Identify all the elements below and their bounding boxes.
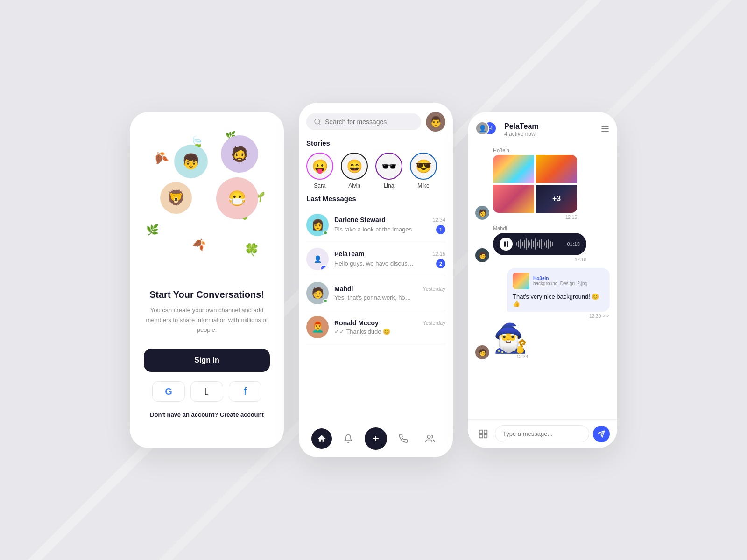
apple-icon:  [205, 385, 209, 398]
send-icon [598, 430, 605, 438]
avatar-pelateam: 👤 +4 [306, 248, 329, 270]
user-profile-avatar[interactable]: 👨 [426, 112, 445, 132]
online-indicator-darlene [323, 231, 328, 235]
search-bar[interactable] [306, 113, 421, 130]
nav-home[interactable] [311, 428, 332, 449]
message-voice: 🧑 Mahdi [475, 225, 610, 262]
message-time-darlene: 12:34 [432, 217, 445, 223]
bubble-content-sticker: 🧙‍♂️ 12:34 [493, 324, 528, 359]
avatar-wrap-ronald: 👨‍🦰 [306, 316, 329, 338]
nav-compose[interactable] [365, 427, 387, 450]
image-cell-1 [493, 155, 534, 183]
message-preview-ronald: ✓✓ Thanks dude 😊 [334, 328, 390, 335]
bubble-content-images: Ho3ein +3 12:15 [493, 147, 577, 220]
last-messages-section: Last Messages 👩 Darlene Steward 12:34 Pl… [299, 195, 453, 420]
message-time-mahdi: Yesterday [423, 286, 445, 292]
message-preview-mahdi: Yes, that's gonna work, hopefully. [334, 294, 414, 301]
chat-subtitle: 4 active now [504, 131, 595, 137]
contact-name-darlene: Darlene Steward [334, 216, 386, 224]
reply-preview: Ho3ein background_Design_2.jpg [513, 273, 604, 289]
signin-button[interactable]: Sign In [144, 349, 270, 372]
image-cell-3 [493, 185, 534, 213]
contacts-icon [425, 434, 435, 443]
bubble-content-reply: Ho3ein background_Design_2.jpg That's ve… [507, 268, 610, 319]
sender-avatar-ho3ein: 🧑 [475, 206, 489, 220]
avatar-bubble-2: 🧔 [221, 135, 258, 173]
message-sticker: 🧑 🧙‍♂️ 12:34 [475, 324, 610, 359]
search-row: 👨 [299, 112, 453, 139]
message-input[interactable] [495, 425, 589, 442]
avatar-wrap-mahdi: 🧑 [306, 282, 329, 304]
stories-section: Stories 😛 Sara 😄 Alvin 🕶️ Lina 😎 Mike [299, 139, 453, 195]
story-item-mike[interactable]: 😎 Mike [410, 153, 437, 189]
reply-image-thumbnail [513, 273, 529, 289]
message-content-darlene: Darlene Steward 12:34 Pls take a look at… [334, 216, 445, 234]
send-button[interactable] [593, 426, 610, 442]
online-indicator-mahdi [323, 299, 328, 303]
message-preview-pelateam: Hello guys, we have discussed... [334, 260, 414, 267]
bottom-nav-bar [299, 420, 453, 457]
home-icon [317, 434, 326, 443]
attachment-button[interactable] [475, 426, 491, 442]
no-account-text: Don't have an account? Create account [150, 411, 264, 418]
message-item-mahdi[interactable]: 🧑 Mahdi Yesterday Yes, that's gonna work… [306, 276, 445, 310]
message-item-darlene[interactable]: 👩 Darlene Steward 12:34 Pls take a look … [306, 208, 445, 242]
message-item-pelateam[interactable]: 👤 +4 PelaTeam 12:15 Hello guys, we have … [306, 242, 445, 276]
message-reply-sent: Ho3ein background_Design_2.jpg That's ve… [475, 268, 610, 319]
apple-signin-button[interactable]:  [190, 381, 223, 402]
svg-rect-6 [484, 430, 487, 433]
signin-title: Start Your Conversations! [149, 289, 264, 300]
voice-duration: 01:18 [567, 241, 580, 247]
message-time-ronald: Yesterday [423, 320, 445, 326]
message-item-ronald[interactable]: 👨‍🦰 Ronald Mccoy Yesterday ✓✓ Thanks dud… [306, 310, 445, 344]
sender-name-ho3ein: Ho3ein [493, 147, 577, 153]
message-images: 🧑 Ho3ein +3 12:15 [475, 147, 610, 220]
story-item-alvin[interactable]: 😄 Alvin [341, 153, 368, 189]
image-cell-2 [536, 155, 577, 183]
leaf-icon-7: 🍂 [191, 236, 207, 252]
story-name-sara: Sara [314, 182, 325, 189]
message-content-pelateam: PelaTeam 12:15 Hello guys, we have discu… [334, 250, 445, 268]
illustration-area: 🍃 🌿 🍂 🌿 🍃 🍀 🍂 🌱 👦 🧔 🦁 😷 [146, 131, 268, 280]
pause-button[interactable] [500, 238, 513, 251]
contact-name-pelateam: PelaTeam [334, 250, 364, 258]
reply-info: Ho3ein background_Design_2.jpg [533, 273, 587, 289]
story-avatar-sara: 😛 [306, 153, 333, 180]
leaf-icon-4: 🌿 [146, 224, 159, 236]
nav-contacts[interactable] [420, 428, 440, 449]
voice-bubble[interactable]: 01:18 [493, 233, 586, 255]
nav-calls[interactable] [393, 428, 414, 449]
create-account-link[interactable]: Create account [220, 411, 264, 418]
contact-name-mahdi: Mahdi [334, 285, 353, 293]
facebook-signin-button[interactable]: f [229, 381, 261, 402]
reply-filename: background_Design_2.jpg [533, 281, 587, 286]
group-badge-pelateam: +4 [320, 265, 329, 270]
stories-row: 😛 Sara 😄 Alvin 🕶️ Lina 😎 Mike [306, 153, 445, 189]
story-avatar-alvin: 😄 [341, 153, 368, 180]
last-messages-label: Last Messages [306, 195, 445, 203]
sender-avatar-mahdi: 🧑 [475, 248, 489, 262]
social-buttons-row: G  f [152, 381, 261, 402]
message-content-ronald: Ronald Mccoy Yesterday ✓✓ Thanks dude 😊 [334, 319, 445, 335]
message-time-voice: 12:18 [493, 257, 586, 262]
facebook-icon: f [244, 385, 247, 398]
story-avatar-lina: 🕶️ [375, 153, 402, 180]
contact-name-ronald: Ronald Mccoy [334, 319, 379, 327]
chat-menu-button[interactable] [600, 124, 610, 136]
story-item-sara[interactable]: 😛 Sara [306, 153, 333, 189]
avatar-wrap-pelateam: 👤 +4 [306, 248, 329, 270]
svg-point-0 [315, 119, 320, 124]
messages-screen: 👨 Stories 😛 Sara 😄 Alvin 🕶️ Lina 😎 Mike [299, 103, 453, 457]
chat-header: 👤 +4 PelaTeam 4 active now [468, 112, 617, 144]
search-icon [314, 118, 321, 126]
message-time-pelateam: 12:15 [432, 251, 445, 257]
bell-icon [344, 434, 353, 443]
search-input[interactable] [325, 118, 414, 126]
group-avatar-1: 👤 [475, 121, 489, 135]
image-cell-4: +3 [536, 185, 577, 213]
message-time-images: 12:15 [493, 215, 577, 220]
story-item-lina[interactable]: 🕶️ Lina [375, 153, 402, 189]
google-signin-button[interactable]: G [152, 381, 185, 402]
chat-title: PelaTeam [504, 122, 595, 131]
nav-notifications[interactable] [338, 428, 359, 449]
